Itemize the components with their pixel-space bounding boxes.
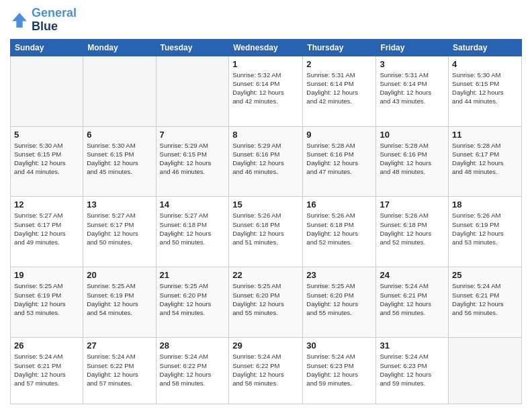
calendar-weekday-monday: Monday <box>83 39 156 56</box>
day-number: 5 <box>14 130 79 140</box>
calendar-week-row: 12Sunrise: 5:27 AM Sunset: 6:17 PM Dayli… <box>11 197 522 267</box>
day-number: 22 <box>232 270 299 280</box>
day-info: Sunrise: 5:25 AM Sunset: 6:20 PM Dayligh… <box>160 281 226 317</box>
day-number: 25 <box>452 270 518 280</box>
day-number: 12 <box>14 199 79 210</box>
calendar-cell: 25Sunrise: 5:24 AM Sunset: 6:21 PM Dayli… <box>449 267 522 338</box>
day-info: Sunrise: 5:24 AM Sunset: 6:21 PM Dayligh… <box>452 281 518 317</box>
calendar-cell: 11Sunrise: 5:28 AM Sunset: 6:17 PM Dayli… <box>449 126 522 197</box>
calendar-cell: 24Sunrise: 5:24 AM Sunset: 6:21 PM Dayli… <box>376 267 449 338</box>
calendar-week-row: 5Sunrise: 5:30 AM Sunset: 6:15 PM Daylig… <box>11 126 522 197</box>
day-info: Sunrise: 5:30 AM Sunset: 6:15 PM Dayligh… <box>452 71 518 106</box>
day-number: 17 <box>380 199 445 210</box>
day-info: Sunrise: 5:27 AM Sunset: 6:17 PM Dayligh… <box>14 211 79 246</box>
day-info: Sunrise: 5:28 AM Sunset: 6:17 PM Dayligh… <box>452 141 518 177</box>
calendar-cell: 20Sunrise: 5:25 AM Sunset: 6:19 PM Dayli… <box>83 267 156 338</box>
day-number: 24 <box>380 270 445 280</box>
day-info: Sunrise: 5:27 AM Sunset: 6:18 PM Dayligh… <box>160 211 226 246</box>
day-number: 18 <box>452 199 518 210</box>
calendar-cell: 16Sunrise: 5:26 AM Sunset: 6:18 PM Dayli… <box>303 197 376 267</box>
calendar-body: 1Sunrise: 5:32 AM Sunset: 6:14 PM Daylig… <box>11 56 522 404</box>
calendar-cell: 19Sunrise: 5:25 AM Sunset: 6:19 PM Dayli… <box>11 267 83 338</box>
day-info: Sunrise: 5:26 AM Sunset: 6:18 PM Dayligh… <box>306 211 372 246</box>
day-info: Sunrise: 5:24 AM Sunset: 6:23 PM Dayligh… <box>306 352 372 387</box>
day-number: 30 <box>306 340 372 351</box>
calendar-cell: 27Sunrise: 5:24 AM Sunset: 6:22 PM Dayli… <box>83 338 156 404</box>
day-info: Sunrise: 5:26 AM Sunset: 6:18 PM Dayligh… <box>232 211 299 246</box>
page: General Blue SundayMondayTuesdayWednesda… <box>0 0 532 411</box>
calendar-cell: 7Sunrise: 5:29 AM Sunset: 6:15 PM Daylig… <box>156 126 229 197</box>
day-number: 4 <box>452 59 518 69</box>
day-info: Sunrise: 5:31 AM Sunset: 6:14 PM Dayligh… <box>380 71 445 106</box>
day-number: 2 <box>306 59 372 69</box>
day-number: 11 <box>452 130 518 140</box>
svg-marker-1 <box>12 13 27 28</box>
calendar-weekday-tuesday: Tuesday <box>156 39 229 56</box>
day-number: 9 <box>306 130 372 140</box>
calendar-cell: 5Sunrise: 5:30 AM Sunset: 6:15 PM Daylig… <box>11 126 83 197</box>
calendar-header-row: SundayMondayTuesdayWednesdayThursdayFrid… <box>11 39 522 56</box>
day-info: Sunrise: 5:32 AM Sunset: 6:14 PM Dayligh… <box>232 71 299 106</box>
day-number: 28 <box>160 340 226 351</box>
calendar-cell: 26Sunrise: 5:24 AM Sunset: 6:21 PM Dayli… <box>11 338 83 404</box>
calendar-weekday-wednesday: Wednesday <box>229 39 303 56</box>
calendar-weekday-sunday: Sunday <box>11 39 83 56</box>
day-info: Sunrise: 5:24 AM Sunset: 6:22 PM Dayligh… <box>87 352 152 387</box>
calendar-cell <box>83 56 156 126</box>
logo: General Blue <box>10 7 77 34</box>
day-info: Sunrise: 5:25 AM Sunset: 6:20 PM Dayligh… <box>232 281 299 317</box>
day-number: 26 <box>14 340 79 351</box>
day-number: 7 <box>160 130 226 140</box>
day-number: 20 <box>87 270 152 280</box>
calendar-cell: 9Sunrise: 5:28 AM Sunset: 6:16 PM Daylig… <box>303 126 376 197</box>
day-number: 21 <box>160 270 226 280</box>
day-number: 27 <box>87 340 152 351</box>
calendar-week-row: 1Sunrise: 5:32 AM Sunset: 6:14 PM Daylig… <box>11 56 522 126</box>
day-number: 10 <box>380 130 445 140</box>
day-number: 13 <box>87 199 152 210</box>
day-info: Sunrise: 5:30 AM Sunset: 6:15 PM Dayligh… <box>14 141 79 177</box>
day-info: Sunrise: 5:27 AM Sunset: 6:17 PM Dayligh… <box>87 211 152 246</box>
day-number: 16 <box>306 199 372 210</box>
day-number: 6 <box>87 130 152 140</box>
day-info: Sunrise: 5:26 AM Sunset: 6:18 PM Dayligh… <box>380 211 445 246</box>
calendar-cell <box>11 56 83 126</box>
calendar-cell: 8Sunrise: 5:29 AM Sunset: 6:16 PM Daylig… <box>229 126 303 197</box>
calendar-week-row: 19Sunrise: 5:25 AM Sunset: 6:19 PM Dayli… <box>11 267 522 338</box>
day-info: Sunrise: 5:30 AM Sunset: 6:15 PM Dayligh… <box>87 141 152 177</box>
calendar-cell <box>449 338 522 404</box>
calendar-cell: 2Sunrise: 5:31 AM Sunset: 6:14 PM Daylig… <box>303 56 376 126</box>
header: General Blue <box>10 7 522 34</box>
calendar-cell: 18Sunrise: 5:26 AM Sunset: 6:19 PM Dayli… <box>449 197 522 267</box>
day-info: Sunrise: 5:24 AM Sunset: 6:21 PM Dayligh… <box>380 281 445 317</box>
calendar-cell: 3Sunrise: 5:31 AM Sunset: 6:14 PM Daylig… <box>376 56 449 126</box>
day-info: Sunrise: 5:28 AM Sunset: 6:16 PM Dayligh… <box>306 141 372 177</box>
calendar-cell: 30Sunrise: 5:24 AM Sunset: 6:23 PM Dayli… <box>303 338 376 404</box>
calendar-cell: 15Sunrise: 5:26 AM Sunset: 6:18 PM Dayli… <box>229 197 303 267</box>
calendar-cell: 28Sunrise: 5:24 AM Sunset: 6:22 PM Dayli… <box>156 338 229 404</box>
calendar-cell: 1Sunrise: 5:32 AM Sunset: 6:14 PM Daylig… <box>229 56 303 126</box>
calendar-table: SundayMondayTuesdayWednesdayThursdayFrid… <box>10 39 522 404</box>
calendar-cell: 10Sunrise: 5:28 AM Sunset: 6:16 PM Dayli… <box>376 126 449 197</box>
day-number: 8 <box>232 130 299 140</box>
day-info: Sunrise: 5:25 AM Sunset: 6:19 PM Dayligh… <box>87 281 152 317</box>
day-info: Sunrise: 5:28 AM Sunset: 6:16 PM Dayligh… <box>380 141 445 177</box>
day-number: 31 <box>380 340 445 351</box>
day-info: Sunrise: 5:24 AM Sunset: 6:22 PM Dayligh… <box>232 352 299 387</box>
day-number: 23 <box>306 270 372 280</box>
day-number: 14 <box>160 199 226 210</box>
calendar-cell: 13Sunrise: 5:27 AM Sunset: 6:17 PM Dayli… <box>83 197 156 267</box>
day-info: Sunrise: 5:26 AM Sunset: 6:19 PM Dayligh… <box>452 211 518 246</box>
day-number: 19 <box>14 270 79 280</box>
day-info: Sunrise: 5:25 AM Sunset: 6:19 PM Dayligh… <box>14 281 79 317</box>
calendar-week-row: 26Sunrise: 5:24 AM Sunset: 6:21 PM Dayli… <box>11 338 522 404</box>
logo-icon <box>10 11 29 30</box>
calendar-cell: 14Sunrise: 5:27 AM Sunset: 6:18 PM Dayli… <box>156 197 229 267</box>
calendar-cell: 29Sunrise: 5:24 AM Sunset: 6:22 PM Dayli… <box>229 338 303 404</box>
day-number: 15 <box>232 199 299 210</box>
calendar-cell: 23Sunrise: 5:25 AM Sunset: 6:20 PM Dayli… <box>303 267 376 338</box>
calendar-cell: 4Sunrise: 5:30 AM Sunset: 6:15 PM Daylig… <box>449 56 522 126</box>
calendar-cell: 17Sunrise: 5:26 AM Sunset: 6:18 PM Dayli… <box>376 197 449 267</box>
day-number: 3 <box>380 59 445 69</box>
day-info: Sunrise: 5:24 AM Sunset: 6:23 PM Dayligh… <box>380 352 445 387</box>
